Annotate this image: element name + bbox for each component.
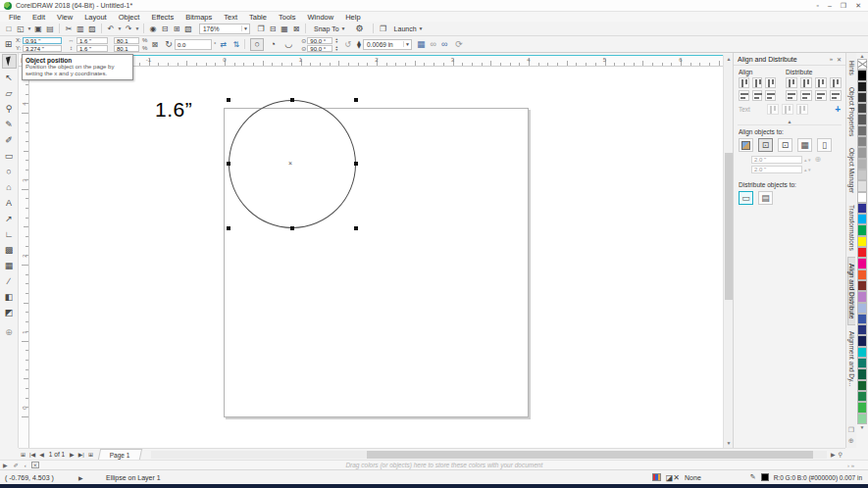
- navigator-icon[interactable]: ⚲: [839, 451, 842, 458]
- color-swatch[interactable]: [857, 258, 867, 268]
- object-y-position-field[interactable]: 3.274 ": [23, 45, 62, 52]
- palette-scroll-down-icon[interactable]: ▼: [860, 424, 865, 430]
- fullscreen-preview-icon[interactable]: ❐: [255, 23, 267, 34]
- color-swatch[interactable]: [857, 180, 867, 191]
- print-icon[interactable]: ▤: [44, 23, 56, 34]
- docker-tab-object-manager[interactable]: Object Manager: [848, 142, 855, 199]
- horizontal-scrollbar[interactable]: [151, 451, 827, 459]
- cut-icon[interactable]: ✂: [63, 23, 75, 34]
- docker-tab-transformations[interactable]: Transformations: [848, 199, 855, 257]
- menu-effects[interactable]: Effects: [145, 13, 179, 22]
- docker-tab-hints[interactable]: Hints: [848, 55, 855, 81]
- docker-close-icon[interactable]: ✕: [837, 56, 842, 63]
- import-icon[interactable]: ⊟: [159, 23, 171, 34]
- align-to-active-objects-button[interactable]: [739, 138, 753, 152]
- scale-x-field[interactable]: 80.1: [114, 37, 139, 44]
- color-swatch[interactable]: [857, 347, 867, 358]
- color-swatch[interactable]: [857, 402, 867, 413]
- color-swatch[interactable]: [857, 114, 867, 124]
- distribute-right-button[interactable]: [815, 77, 827, 88]
- transparency-tool[interactable]: ▦: [2, 258, 17, 272]
- color-swatch[interactable]: [857, 70, 867, 80]
- align-right-button[interactable]: [765, 77, 776, 88]
- show-grid-icon[interactable]: ▦: [279, 23, 290, 34]
- object-center-marker[interactable]: ×: [288, 160, 292, 167]
- smart-fill-tool[interactable]: ◩: [2, 305, 17, 319]
- align-center-horizontal-button[interactable]: [752, 77, 763, 88]
- start-angle-spinner[interactable]: ▴▾: [333, 37, 339, 43]
- menu-bitmaps[interactable]: Bitmaps: [179, 13, 218, 22]
- status-flyout-icon[interactable]: ▶: [78, 474, 106, 481]
- docker-tab-align-and-distribute[interactable]: Align and Distribute: [847, 257, 855, 325]
- undo-icon[interactable]: ↶: [105, 23, 117, 34]
- menu-edit[interactable]: Edit: [26, 13, 51, 22]
- show-guidelines-icon[interactable]: ⊠: [290, 23, 302, 34]
- menu-table[interactable]: Table: [243, 13, 273, 22]
- close-button[interactable]: ✕: [855, 2, 861, 10]
- start-angle-field[interactable]: 90.0 °: [307, 37, 332, 44]
- whats-new-icon[interactable]: ▫: [816, 2, 818, 10]
- scroll-left-icon[interactable]: ‹: [22, 463, 29, 468]
- color-swatch[interactable]: [857, 414, 867, 424]
- save-icon[interactable]: ▣: [32, 23, 44, 34]
- align-to-grid-button[interactable]: ▦: [797, 138, 812, 152]
- angle-of-rotation-field[interactable]: 0.0: [175, 39, 212, 50]
- color-swatch[interactable]: [857, 391, 867, 402]
- snap-to-dropdown[interactable]: Snap To ▼: [310, 25, 350, 32]
- dimension-tool[interactable]: ↗: [2, 211, 17, 225]
- freehand-tool[interactable]: ✎: [2, 117, 17, 131]
- menu-file[interactable]: File: [3, 13, 26, 22]
- no-color-swatch[interactable]: [31, 462, 39, 468]
- minimize-button[interactable]: –: [828, 2, 832, 10]
- open-icon[interactable]: ◱: [15, 23, 26, 34]
- color-swatch[interactable]: [857, 324, 867, 335]
- selection-handle[interactable]: [290, 98, 294, 102]
- distribute-to-extent-of-selection-button[interactable]: ▭: [739, 191, 753, 205]
- color-swatch[interactable]: [857, 214, 867, 224]
- restore-button[interactable]: ❐: [841, 2, 846, 10]
- color-swatch[interactable]: [857, 103, 867, 114]
- color-swatch[interactable]: [857, 269, 867, 280]
- color-swatch[interactable]: [857, 358, 867, 368]
- object-x-position-field[interactable]: 0.91 ": [23, 37, 62, 44]
- color-swatch[interactable]: [857, 291, 867, 302]
- eyedropper-icon[interactable]: ✐: [11, 462, 22, 468]
- spinner-icons[interactable]: ▴ ▾: [804, 157, 810, 163]
- distribute-center-h-button[interactable]: [800, 77, 812, 88]
- selection-handle[interactable]: [227, 226, 230, 230]
- change-direction-icon[interactable]: ↺: [344, 40, 351, 49]
- object-position-grid-icon[interactable]: ⊞: [2, 38, 15, 51]
- end-angle-spinner[interactable]: ▴▾: [333, 45, 339, 51]
- add-page-icon[interactable]: ⊞: [86, 451, 95, 458]
- scroll-right-icon[interactable]: ▶: [831, 451, 836, 458]
- first-page-icon[interactable]: |◀: [27, 451, 37, 458]
- object-height-field[interactable]: 1.6 ": [77, 45, 108, 52]
- align-top-button[interactable]: [739, 90, 749, 101]
- redo-icon[interactable]: ↷: [123, 23, 134, 34]
- wrap-text-icon[interactable]: ▦: [417, 39, 426, 49]
- align-left-button[interactable]: [739, 77, 749, 88]
- color-swatch[interactable]: [857, 368, 867, 379]
- vertical-scroll-thumb[interactable]: [725, 153, 733, 300]
- align-point-y-field[interactable]: 2.0 ": [751, 166, 802, 173]
- shape-tool[interactable]: ↖: [2, 70, 17, 84]
- horizontal-ruler[interactable]: -2-10123456: [29, 55, 723, 67]
- color-swatch[interactable]: [857, 170, 867, 180]
- add-alignment-icon[interactable]: +: [835, 104, 841, 115]
- menu-layout[interactable]: Layout: [78, 13, 113, 22]
- last-page-icon[interactable]: ▶|: [77, 451, 86, 458]
- ellipse-mode-button[interactable]: ○: [250, 38, 264, 51]
- add-docker-icon[interactable]: ⊕: [848, 437, 854, 445]
- previous-page-icon[interactable]: ◀: [37, 451, 46, 458]
- menu-window[interactable]: Window: [301, 13, 339, 22]
- interactive-fill-tool[interactable]: ◧: [2, 289, 17, 304]
- vertical-ruler[interactable]: 01234: [19, 67, 29, 448]
- color-swatch[interactable]: [857, 236, 867, 247]
- collapse-caret-icon[interactable]: ▲: [738, 119, 842, 125]
- color-swatch[interactable]: [857, 81, 867, 92]
- align-center-vertical-button[interactable]: [752, 90, 763, 101]
- color-swatch[interactable]: [857, 136, 867, 147]
- selection-handle[interactable]: [354, 98, 358, 102]
- docker-tab-object-properties[interactable]: Object Properties: [848, 81, 855, 142]
- selection-handle[interactable]: [227, 98, 230, 102]
